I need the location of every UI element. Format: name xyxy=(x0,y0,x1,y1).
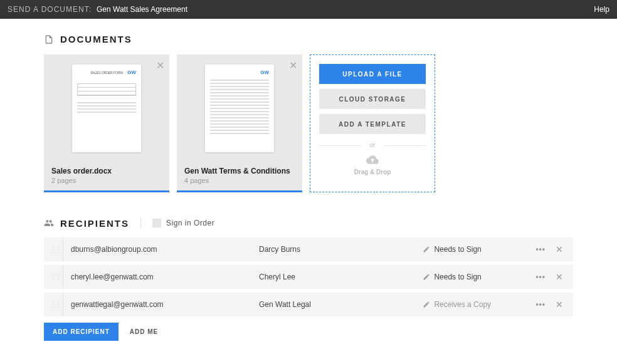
pencil-icon xyxy=(423,301,430,308)
documents-title: DOCUMENTS xyxy=(60,34,132,44)
drag-handle-icon[interactable]: ⋮⋮ xyxy=(50,246,58,253)
pencil-icon xyxy=(423,273,430,281)
recipient-email[interactable]: dburns@albiongroup.com xyxy=(71,245,259,254)
drag-handle-icon[interactable]: ⋮⋮ xyxy=(50,301,58,308)
pencil-icon xyxy=(423,246,430,253)
more-icon[interactable]: ••• xyxy=(529,273,552,281)
app-header: SEND A DOCUMENT: Gen Watt Sales Agreemen… xyxy=(0,0,617,19)
recipient-row: ⋮⋮ genwattlegal@genwatt.com Gen Watt Leg… xyxy=(44,293,573,316)
recipients-title: RECIPIENTS xyxy=(60,218,129,229)
recipient-action[interactable]: Needs to Sign xyxy=(423,245,529,254)
recipient-name[interactable]: Darcy Burns xyxy=(259,245,423,254)
cloud-upload-icon xyxy=(364,153,381,166)
more-icon[interactable]: ••• xyxy=(529,245,552,254)
cloud-storage-button[interactable]: CLOUD STORAGE xyxy=(319,89,426,109)
add-recipient-button[interactable]: ADD RECIPIENT xyxy=(44,323,119,341)
document-name: Gen Watt Terms & Conditions xyxy=(184,167,295,175)
close-icon[interactable]: ✕ xyxy=(156,60,164,71)
document-card[interactable]: ✕ GW Gen Watt Terms & Conditions 4 pages xyxy=(177,55,302,192)
recipient-name[interactable]: Cheryl Lee xyxy=(259,273,423,281)
recipient-row: ⋮⋮ dburns@albiongroup.com Darcy Burns Ne… xyxy=(44,237,573,261)
recipient-email[interactable]: cheryl.lee@genwatt.com xyxy=(71,273,259,281)
remove-icon[interactable]: ✕ xyxy=(552,244,567,254)
upload-dropzone[interactable]: UPLOAD A FILE CLOUD STORAGE ADD A TEMPLA… xyxy=(310,55,435,192)
document-card[interactable]: ✕ GW SALES ORDER FORM Sales order.docx 2… xyxy=(44,55,169,192)
document-thumbnail: GW xyxy=(205,65,274,152)
add-template-button[interactable]: ADD A TEMPLATE xyxy=(319,114,426,134)
drag-drop-label: Drag & Drop xyxy=(354,169,391,175)
drag-handle-icon[interactable]: ⋮⋮ xyxy=(50,274,58,281)
or-divider: or xyxy=(319,142,426,148)
remove-icon[interactable]: ✕ xyxy=(552,299,567,309)
add-me-button[interactable]: ADD ME xyxy=(130,328,158,335)
close-icon[interactable]: ✕ xyxy=(289,60,297,71)
documents-row: ✕ GW SALES ORDER FORM Sales order.docx 2… xyxy=(44,55,573,192)
more-icon[interactable]: ••• xyxy=(529,300,552,309)
recipients-section-header: RECIPIENTS Sign in Order xyxy=(44,217,573,229)
upload-file-button[interactable]: UPLOAD A FILE xyxy=(319,64,426,84)
help-link[interactable]: Help xyxy=(594,5,609,14)
document-pages: 2 pages xyxy=(51,177,162,184)
recipient-email[interactable]: genwattlegal@genwatt.com xyxy=(71,300,259,309)
header-document-title: Gen Watt Sales Agreement xyxy=(97,5,187,14)
document-thumbnail: GW SALES ORDER FORM xyxy=(72,65,141,152)
document-icon xyxy=(44,34,54,44)
document-pages: 4 pages xyxy=(184,177,295,184)
document-name: Sales order.docx xyxy=(51,167,162,175)
sign-in-order-checkbox[interactable] xyxy=(152,219,161,227)
recipient-row: ⋮⋮ cheryl.lee@genwatt.com Cheryl Lee Nee… xyxy=(44,265,573,289)
header-context-label: SEND A DOCUMENT: xyxy=(8,5,92,14)
people-icon xyxy=(44,218,54,228)
remove-icon[interactable]: ✕ xyxy=(552,272,567,282)
recipient-name[interactable]: Gen Watt Legal xyxy=(259,300,423,309)
recipient-action[interactable]: Receives a Copy xyxy=(423,300,529,309)
sign-in-order-label: Sign in Order xyxy=(166,219,214,227)
documents-section-header: DOCUMENTS xyxy=(44,34,573,44)
recipient-action[interactable]: Needs to Sign xyxy=(423,273,529,281)
